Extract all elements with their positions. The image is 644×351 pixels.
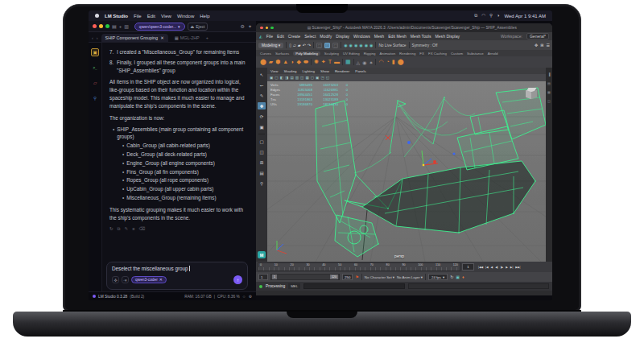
menubar-menu-item[interactable]: Edit [147,14,155,19]
menubar-clock[interactable]: Wed Apr 1 9:41 AM [504,14,546,19]
tab-back-button[interactable]: ‹ [92,35,93,42]
viewport-toolbar-icon[interactable]: ◳ [320,76,324,80]
curve-tool-icon[interactable]: ◔ [386,59,390,65]
snap-icon[interactable]: ◉ [365,43,368,47]
poly-primitive-icon[interactable]: ▲ [283,59,288,65]
loop-icon[interactable]: ↻ [450,275,453,279]
layout-button[interactable]: ▢ [258,138,266,145]
gear-icon[interactable]: ⚙ [249,295,252,299]
menubar-status-icon[interactable]: ◑ [497,13,499,19]
viewport-toolbar-icon[interactable]: ◱ [326,76,329,80]
viewport-toolbar-icon[interactable]: ▤ [290,76,293,80]
layout-button[interactable]: ▤ [258,169,266,176]
file-op-icon[interactable]: ▯ [289,43,291,47]
viewport-toolbar-icon[interactable]: ◧ [280,76,283,80]
poly-primitive-icon[interactable]: ▰ [269,59,273,65]
message-action-icon[interactable]: ↻ [109,225,114,233]
sidebar-tab-icon[interactable]: ▐ [548,72,551,76]
tab-ship-component-grouping[interactable]: SHIP Component Grouping ✕ [101,34,168,42]
shelf-tab-poly-modeling[interactable]: Poly Modeling [293,52,320,56]
sidebar-toggle-icon[interactable]: ⊞ [540,43,543,47]
send-button[interactable]: ↑ [233,275,242,284]
select-mode-icon-active[interactable]: ⬚ [324,43,330,48]
menubar-menu-item[interactable]: Window [177,14,194,19]
poly-primitive-icon[interactable]: ◆ [297,59,301,65]
file-op-icon[interactable]: ▱ [293,43,296,47]
rotate-tool-icon[interactable]: ⟳ [258,113,266,120]
mesh-op-icon[interactable]: ◉ [362,60,366,65]
gear-icon[interactable]: ⚙ [241,24,245,29]
poly-tool-icon[interactable]: ✦ [321,59,326,65]
shelf-tab[interactable]: Arnold [488,52,498,56]
shelf-tab[interactable]: Custom [451,52,463,56]
input-options-icon[interactable]: ◦▾ [122,276,129,283]
shelf-tab[interactable]: Animation [380,52,396,56]
maya-menu-item[interactable]: Edit [277,34,284,39]
shelf-tab[interactable]: Surfaces [275,52,289,56]
maya-menu-item[interactable]: Modify [320,34,332,39]
maya-menu-item[interactable]: Mesh Tools [411,34,431,39]
sidebar-tab-icon[interactable]: ▦ [547,90,551,94]
scale-tool-icon[interactable]: ▣ [258,123,266,130]
mesh-op-icon[interactable]: ◬ [357,60,361,65]
file-op-icon[interactable]: ↷ [308,43,311,47]
paint-select-tool-icon[interactable]: ✎ [258,92,266,99]
close-icon[interactable]: ✕ [159,278,163,282]
viewport-toolbar-icon[interactable]: ◫ [300,76,303,80]
viewport-toolbar-icon[interactable]: ▣ [316,76,319,80]
maya-menu-item[interactable]: Windows [353,34,370,39]
panel-menu-item[interactable]: Panels [355,69,365,73]
file-op-icon[interactable]: ▰ [298,43,301,47]
view-cube[interactable] [525,88,538,101]
curve-tool-icon[interactable]: ◠ [378,59,383,65]
range-slider[interactable]: 1 120 [270,274,340,280]
timeline-ruler[interactable]: 0102030405060708090100110120 [258,262,460,271]
user-icon[interactable]: ☺ [242,295,246,299]
viewport-toolbar-icon[interactable]: ▦ [305,76,308,80]
fps-dropdown[interactable]: 24 fps ▾ [428,274,448,280]
viewport-toolbar-icon[interactable]: ◨ [285,76,288,80]
select-mode-icon[interactable]: ⬚ [332,43,338,48]
menubar-menu-item[interactable]: View [161,14,171,19]
workspace-dropdown[interactable]: General* [526,33,549,39]
maya-usd-icon[interactable]: M [258,251,266,258]
anim-end-field[interactable]: 250 [342,274,353,280]
range-end-handle[interactable]: 120 [330,275,338,279]
zoom-button[interactable] [105,24,109,28]
symmetry-label[interactable]: Symmetry : Off [412,43,438,47]
minimize-button[interactable] [99,24,103,28]
poly-primitive-icon[interactable]: ◗ [291,59,294,65]
mesh-op-icon[interactable]: ✶ [369,60,373,65]
viewport-toolbar-icon[interactable]: ▣ [270,76,273,80]
shelf-tab[interactable]: UV Editing [343,52,360,56]
playback-button[interactable]: |◀◀ [477,265,484,270]
snap-icon[interactable]: ◉ [359,43,362,47]
nav-models-icon[interactable]: ▱ [91,79,99,87]
shelf-tab[interactable]: FX [419,52,424,56]
columns-icon[interactable]: ▥ [124,24,129,29]
playback-button[interactable]: |◀ [485,265,489,270]
snap-icon[interactable]: ◉ [369,43,373,47]
playback-button[interactable]: ◀| [494,265,499,270]
shelf-tab[interactable]: Rigging [364,52,376,56]
playback-button[interactable]: ▶▶| [514,265,521,270]
sidebar-toggle-icon[interactable]: ▤ [112,24,117,29]
select-mode-icon[interactable]: ⬚ [316,43,322,48]
eject-model-button[interactable]: ⏏ Eject [188,23,208,31]
shelf-tab[interactable]: Curves [260,52,271,56]
message-action-icon[interactable]: ≡ [132,225,134,233]
anim-layer-dropdown[interactable]: No Anim Layer ▾ [397,275,423,279]
menubar-status-icon[interactable]: ⚲ [489,13,493,19]
message-action-icon[interactable]: ⧉ [118,225,121,233]
new-tab-button[interactable]: + [206,35,208,42]
viewport-toolbar-icon[interactable]: ▢ [311,76,314,80]
model-chip[interactable]: qwen3-coder ✕ [131,276,167,283]
snap-icon[interactable]: ◉ [349,43,353,47]
nav-developer-icon[interactable]: >_ [91,64,99,72]
layout-button[interactable]: ◫ [258,148,266,155]
chat-input-value[interactable]: Deselect the miscellaneous group [112,266,188,271]
tab-forward-button[interactable]: › [97,35,98,42]
select-tool-icon[interactable]: ↖ [258,71,266,78]
command-input[interactable] [303,283,405,289]
viewport-toolbar-icon[interactable]: ▥ [295,76,299,80]
